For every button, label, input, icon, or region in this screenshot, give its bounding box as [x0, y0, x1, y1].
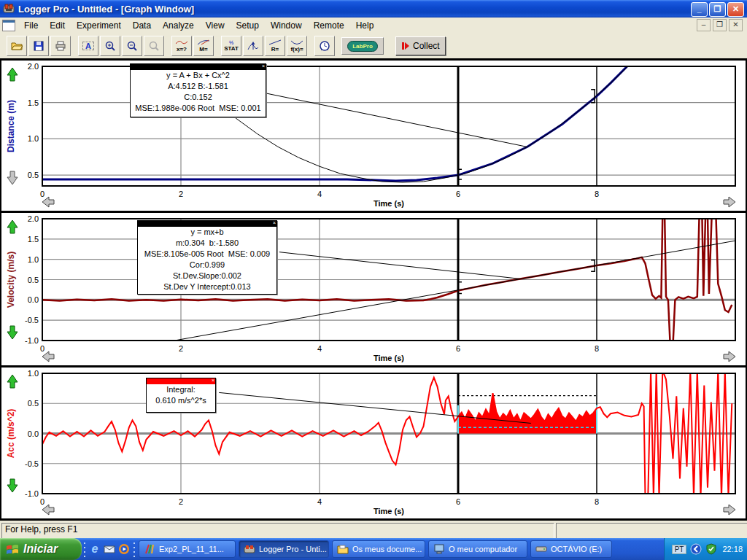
- annotation-title-bar[interactable]: ×: [147, 378, 215, 384]
- annotation-text-line: A:4.512 B:-1.581: [131, 81, 266, 92]
- close-button[interactable]: ✕: [727, 2, 744, 17]
- x-axis-label: Time (s): [374, 507, 404, 516]
- taskbar-item-label: OCTÁVIO (E:): [551, 545, 602, 553]
- curve-fit-button[interactable]: f(x)=: [287, 36, 307, 56]
- quicklaunch-media-player[interactable]: [117, 542, 131, 556]
- y-axis-down-arrow[interactable]: [7, 326, 18, 339]
- acceleration-annotation-box[interactable]: ×Integral:0.610 m/s^2*s: [146, 378, 216, 413]
- logger-pro-icon: [3, 3, 15, 15]
- taskbar-item-my-documents[interactable]: Os meus docume...: [332, 540, 425, 558]
- y-axis-up-arrow[interactable]: [7, 220, 18, 233]
- velocity-graph-panel[interactable]: -1.0-0.50.00.51.01.52.002468Time (s)Velo…: [1, 213, 746, 365]
- zoom-in-icon: [104, 40, 116, 52]
- annotation-text-line: MSE:1.988e-006 Root MSE: 0.001: [131, 103, 266, 114]
- annotation-close-icon[interactable]: ×: [273, 220, 276, 226]
- menu-setup[interactable]: Setup: [231, 19, 265, 32]
- menu-experiment[interactable]: Experiment: [71, 19, 127, 32]
- open-button[interactable]: [7, 36, 27, 56]
- taskbar-item-octavio-drive[interactable]: OCTÁVIO (E:): [530, 540, 612, 558]
- annotation-close-icon[interactable]: ×: [212, 378, 214, 384]
- statistics-button[interactable]: ½ STAT: [221, 36, 241, 56]
- tangent-curve-icon: [197, 39, 210, 45]
- restore-button[interactable]: ❐: [709, 2, 726, 17]
- annotation-title-bar[interactable]: ×: [138, 221, 276, 227]
- minimize-button[interactable]: _: [691, 2, 708, 17]
- y-tick-label: -1.0: [25, 336, 39, 345]
- taskbar-item-logger-pro[interactable]: Logger Pro - Unti...: [239, 540, 329, 558]
- printer-icon: [55, 40, 66, 52]
- y-tick-label: 1.0: [28, 134, 39, 143]
- menu-view[interactable]: View: [200, 19, 231, 32]
- mdi-minimize-button[interactable]: –: [697, 19, 711, 31]
- menu-help[interactable]: Help: [350, 19, 380, 32]
- annotation-text-line: y = mx+b: [138, 227, 276, 238]
- menu-data[interactable]: Data: [127, 19, 157, 32]
- data-collection-button[interactable]: [314, 36, 335, 56]
- language-bar-collapse-icon[interactable]: [690, 543, 702, 555]
- collect-play-icon: [401, 42, 410, 50]
- annotation-text-line: St.Dev.Slope:0.002: [138, 271, 276, 281]
- taskbar: Iniciar e Exp2_PL_11_11... Logger: [0, 538, 747, 560]
- y-tick-label: 2.0: [28, 214, 39, 223]
- tangent-button[interactable]: M=: [193, 36, 214, 56]
- taskbar-item-my-computer[interactable]: O meu computador: [428, 540, 527, 558]
- acceleration-chart[interactable]: -1.0-0.50.00.51.002468Time (s)Acc (m/s^2…: [1, 368, 746, 518]
- shield-tray-icon[interactable]: [705, 543, 717, 555]
- x-scroll-left-arrow[interactable]: [42, 505, 54, 515]
- y-axis-up-arrow[interactable]: [7, 68, 18, 81]
- stats-label: STAT: [224, 46, 239, 52]
- zoom-out-button[interactable]: [122, 36, 142, 56]
- mdi-close-button[interactable]: ✕: [729, 19, 743, 31]
- system-tray: PT 22:18: [664, 538, 747, 560]
- x-scroll-left-arrow[interactable]: [42, 197, 54, 207]
- x-tick-label: 2: [179, 190, 183, 198]
- linear-fit-button[interactable]: R=: [265, 36, 285, 56]
- distance-annotation-box[interactable]: ×y = A + Bx + Cx^2A:4.512 B:-1.581C:0.15…: [130, 63, 266, 117]
- menu-edit[interactable]: Edit: [44, 19, 71, 32]
- taskbar-item-exp2[interactable]: Exp2_PL_11_11...: [139, 540, 236, 558]
- y-axis-down-arrow[interactable]: [7, 171, 18, 184]
- menu-analyze[interactable]: Analyze: [157, 19, 200, 32]
- mdi-restore-button[interactable]: ❐: [713, 19, 727, 31]
- quicklaunch-mail[interactable]: [102, 542, 117, 556]
- x-scroll-right-arrow[interactable]: [724, 505, 735, 515]
- start-button[interactable]: Iniciar: [0, 538, 82, 560]
- y-axis-down-arrow[interactable]: [7, 479, 18, 492]
- menu-window[interactable]: Window: [265, 19, 308, 32]
- integral-button[interactable]: [243, 36, 263, 56]
- text-annotation-button[interactable]: A: [78, 36, 98, 56]
- velocity-chart[interactable]: -1.0-0.50.00.51.01.52.002468Time (s)Velo…: [1, 213, 746, 365]
- acceleration-graph-panel[interactable]: -1.0-0.50.00.51.002468Time (s)Acc (m/s^2…: [1, 368, 746, 518]
- quicklaunch-ie[interactable]: e: [88, 542, 102, 556]
- print-button[interactable]: [50, 36, 71, 56]
- collect-button[interactable]: Collect: [395, 36, 446, 55]
- y-axis-label: Distance (m): [6, 100, 16, 152]
- distance-graph-panel[interactable]: 0.51.01.52.002468Time (s)Distance (m)×y …: [1, 61, 746, 211]
- x-tick-label: 8: [595, 497, 599, 506]
- curve-fit-icon: [290, 40, 303, 45]
- graph-window-icon: [2, 20, 15, 31]
- language-indicator[interactable]: PT: [672, 545, 687, 554]
- annotation-text-line: St.Dev Y Intercept:0.013: [138, 281, 276, 292]
- x-scroll-left-arrow[interactable]: [42, 351, 54, 362]
- annotation-title-bar[interactable]: ×: [131, 64, 266, 70]
- clock[interactable]: 22:18: [722, 545, 743, 553]
- menu-remote[interactable]: Remote: [308, 19, 350, 32]
- y-tick-label: 1.5: [28, 235, 39, 244]
- y-tick-label: 1.0: [28, 369, 39, 378]
- distance-chart[interactable]: 0.51.01.52.002468Time (s)Distance (m): [1, 61, 746, 211]
- save-button[interactable]: [28, 36, 49, 56]
- menu-file[interactable]: File: [18, 19, 44, 32]
- toolbar: A x=? M= ½: [0, 34, 747, 59]
- y-axis-up-arrow[interactable]: [7, 375, 18, 388]
- labpro-button[interactable]: LabPro: [341, 37, 384, 55]
- y-tick-label: 0.0: [28, 429, 39, 438]
- x-tick-label: 0: [40, 344, 44, 353]
- zoom-in-button[interactable]: [100, 36, 120, 56]
- examine-button[interactable]: x=?: [171, 36, 192, 56]
- velocity-annotation-box[interactable]: ×y = mx+bm:0.304 b:-1.580MSE:8.105e-005 …: [137, 220, 277, 295]
- x-scroll-right-arrow[interactable]: [724, 351, 735, 362]
- x-tick-label: 2: [179, 344, 183, 353]
- annotation-close-icon[interactable]: ×: [262, 63, 265, 69]
- x-scroll-right-arrow[interactable]: [724, 197, 735, 207]
